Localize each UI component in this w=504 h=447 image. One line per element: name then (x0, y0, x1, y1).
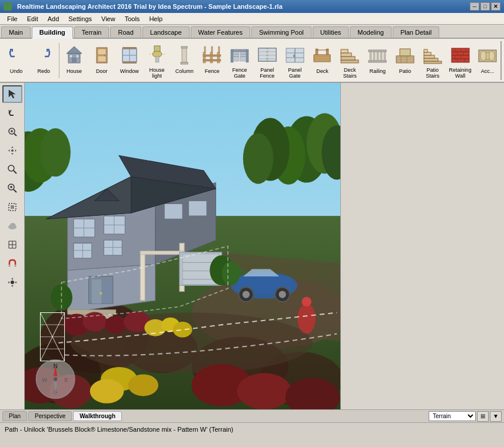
tool-accessories[interactable]: Acc... (474, 41, 502, 81)
snap-tool[interactable] (2, 273, 22, 291)
svg-rect-64 (373, 52, 375, 61)
grid-tool[interactable] (2, 236, 22, 253)
viewport[interactable]: N E W S (25, 83, 340, 409)
svg-rect-77 (424, 55, 435, 58)
tab-main[interactable]: Main (1, 26, 31, 38)
tab-plan-detail[interactable]: Plan Detail (393, 26, 439, 38)
undo-view-tool[interactable] (2, 104, 22, 122)
tab-landscape[interactable]: Landscape (142, 26, 190, 38)
pan-tool[interactable] (2, 142, 22, 159)
tool-patio-stairs[interactable]: Patio Stairs (419, 41, 446, 81)
svg-rect-57 (341, 60, 359, 63)
bottom-right: Terrain Flat None ⊞ ▼ (429, 411, 502, 422)
menu-settings[interactable]: Settings (64, 14, 97, 24)
svg-rect-2 (72, 58, 77, 63)
tab-bar: Main Building Terrain Road Landscape Wat… (0, 25, 504, 39)
cloud-tool[interactable] (2, 217, 22, 235)
column-label: Column (175, 68, 194, 75)
tab-road[interactable]: Road (110, 26, 141, 38)
magnet-tool[interactable] (2, 255, 22, 272)
tool-patio[interactable]: Patio (392, 41, 419, 81)
tool-house-light[interactable]: House light (143, 41, 171, 81)
zoom-tool[interactable] (2, 161, 22, 178)
title-bar-left: Realtime Landscaping Architect 2016 Tria… (4, 2, 283, 11)
tool-deck[interactable]: Deck (309, 41, 336, 81)
minimize-button[interactable]: ─ (470, 2, 479, 11)
svg-rect-67 (384, 52, 386, 61)
window-icon (119, 44, 140, 67)
door-label: Door (96, 68, 108, 75)
view-plan-tab[interactable]: Plan (2, 411, 27, 421)
svg-text:E: E (65, 377, 68, 383)
menu-file[interactable]: File (2, 14, 22, 24)
svg-rect-174 (140, 251, 184, 255)
tab-building[interactable]: Building (32, 26, 73, 39)
svg-rect-43 (258, 48, 267, 61)
svg-line-99 (14, 134, 16, 136)
view-sync-button[interactable]: ⊞ (477, 411, 489, 422)
tool-retaining-wall[interactable]: Retaining Wall (446, 41, 474, 81)
fit-tool[interactable] (2, 198, 22, 216)
tool-window[interactable]: Window (115, 41, 143, 81)
tool-deck-stairs[interactable]: Deck Stairs (336, 41, 364, 81)
select-tool[interactable] (2, 85, 22, 103)
terrain-select[interactable]: Terrain Flat None (429, 411, 476, 421)
svg-point-200 (222, 261, 240, 285)
house-label: House (67, 68, 82, 75)
svg-point-137 (243, 133, 273, 184)
tool-fence[interactable]: Fence (198, 41, 226, 81)
close-button[interactable]: ✕ (491, 2, 500, 11)
tool-column[interactable]: Column (171, 41, 198, 81)
zoom-area-tool[interactable] (2, 123, 22, 141)
deck-stairs-icon (339, 44, 360, 66)
tab-modeling[interactable]: Modeling (350, 26, 392, 38)
svg-rect-76 (424, 58, 438, 61)
menu-view[interactable]: View (97, 14, 120, 24)
svg-point-197 (173, 322, 193, 338)
svg-rect-4 (76, 55, 79, 58)
svg-marker-97 (9, 90, 15, 98)
view-arrow-button[interactable]: ▼ (490, 411, 502, 422)
house-light-icon (147, 44, 168, 66)
menu-tools[interactable]: Tools (120, 14, 145, 24)
tab-terrain[interactable]: Terrain (74, 26, 110, 38)
accessories-label: Acc... (481, 68, 495, 75)
tool-panel-fence[interactable]: Panel Fence (253, 41, 281, 81)
zoom-in-tool[interactable] (2, 179, 22, 197)
tool-house[interactable]: House (61, 41, 88, 81)
svg-rect-24 (217, 52, 220, 63)
svg-rect-110 (11, 205, 14, 209)
svg-line-104 (14, 171, 16, 174)
railing-label: Railing (369, 68, 386, 75)
tool-railing[interactable]: Railing (364, 41, 392, 81)
tab-utilities[interactable]: Utilities (313, 26, 349, 38)
tool-fence-gate[interactable]: Fence Gate (226, 41, 254, 81)
title-bar-controls[interactable]: ─ □ ✕ (470, 2, 500, 11)
tool-door[interactable]: Door (88, 41, 115, 81)
menu-help[interactable]: Help (144, 14, 167, 24)
redo-button[interactable]: Redo (30, 41, 58, 81)
svg-point-222 (54, 378, 57, 381)
svg-rect-78 (424, 52, 431, 55)
svg-rect-6 (98, 49, 106, 55)
svg-rect-3 (69, 55, 72, 58)
panel-gate-icon (284, 44, 306, 66)
tab-water-features[interactable]: Water Features (191, 26, 250, 38)
menu-edit[interactable]: Edit (22, 14, 43, 24)
view-walkthrough-tab[interactable]: Walkthrough (73, 411, 122, 421)
svg-point-114 (11, 223, 14, 226)
tool-panel-gate[interactable]: Panel Gate (281, 41, 309, 81)
svg-point-94 (480, 51, 486, 61)
tab-swimming-pool[interactable]: Swimming Pool (251, 26, 311, 38)
svg-rect-167 (188, 201, 207, 216)
view-perspective-tab[interactable]: Perspective (28, 411, 72, 421)
svg-rect-20 (182, 48, 187, 62)
svg-rect-60 (341, 49, 348, 53)
menu-add[interactable]: Add (43, 14, 64, 24)
fence-icon (201, 44, 223, 67)
undo-button[interactable]: Undo (2, 41, 30, 81)
deck-icon (311, 44, 333, 67)
panel-fence-label: Panel Fence (255, 67, 279, 80)
maximize-button[interactable]: □ (480, 2, 490, 11)
svg-rect-170 (102, 279, 111, 303)
